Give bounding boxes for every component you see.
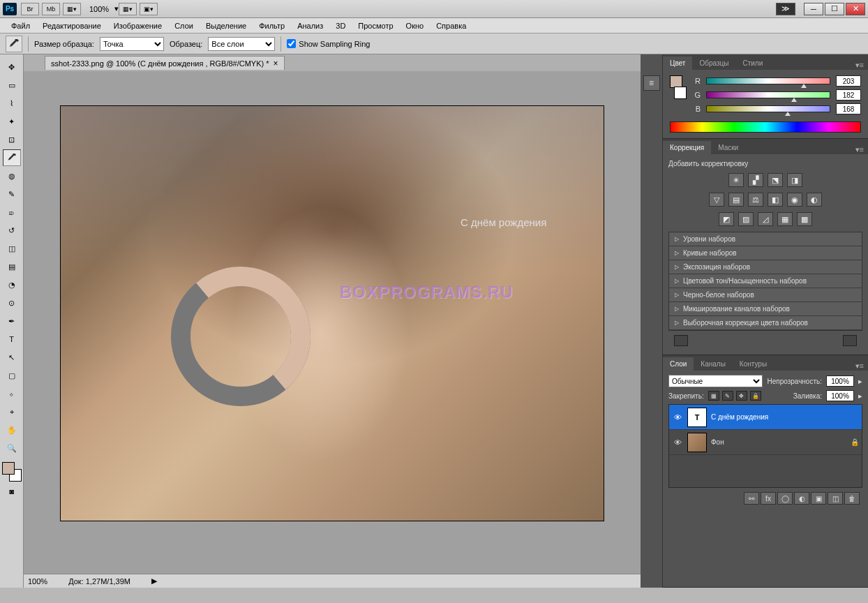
- sample-size-select[interactable]: Точка: [100, 37, 164, 51]
- exposure-icon[interactable]: ◨: [787, 173, 802, 187]
- fill-input[interactable]: [826, 390, 854, 401]
- menu-help[interactable]: Справка: [431, 20, 472, 32]
- menu-window[interactable]: Окно: [401, 20, 430, 32]
- vibrance-icon[interactable]: ▽: [709, 193, 724, 207]
- bridge-button[interactable]: Br: [21, 3, 39, 15]
- menu-image[interactable]: Изображение: [108, 20, 167, 32]
- zoom-level[interactable]: 100%: [89, 5, 109, 13]
- eraser-tool[interactable]: ◫: [3, 240, 21, 257]
- panel-menu-icon[interactable]: ▾≡: [851, 61, 868, 70]
- lock-transparency-icon[interactable]: ▦: [708, 391, 719, 401]
- tab-layers[interactable]: Слои: [663, 357, 694, 371]
- sample-select[interactable]: Все слои: [208, 37, 275, 51]
- opacity-input[interactable]: [826, 375, 854, 387]
- tab-color[interactable]: Цвет: [663, 57, 692, 70]
- dodge-tool[interactable]: ⊙: [3, 295, 21, 311]
- crop-tool[interactable]: ⊡: [3, 131, 21, 148]
- hue-sat-icon[interactable]: ▤: [728, 193, 744, 207]
- adj-expand-icon[interactable]: [674, 335, 688, 346]
- gradient-map-icon[interactable]: ▦: [777, 212, 793, 226]
- preset-item[interactable]: Выборочная коррекция цвета наборов: [669, 316, 862, 330]
- g-slider[interactable]: [706, 91, 830, 98]
- sampling-ring-checkbox[interactable]: Show Sampling Ring: [287, 39, 370, 48]
- menu-3d[interactable]: 3D: [330, 20, 351, 32]
- arrange-dropdown[interactable]: ▦▾: [119, 3, 137, 15]
- posterize-icon[interactable]: ▨: [738, 212, 754, 226]
- b-slider[interactable]: [706, 105, 830, 112]
- fill-arrow-icon[interactable]: ▸: [858, 392, 862, 401]
- panel-menu-icon[interactable]: ▾≡: [851, 362, 868, 371]
- menu-file[interactable]: Файл: [6, 20, 36, 32]
- r-slider[interactable]: [706, 77, 830, 84]
- threshold-icon[interactable]: ◿: [758, 212, 773, 226]
- viewdoc-dropdown[interactable]: ▦▾: [63, 3, 81, 15]
- preset-item[interactable]: Экспозиция наборов: [669, 260, 862, 274]
- adj-clip-icon[interactable]: [843, 335, 857, 346]
- color-balance-icon[interactable]: ⚖: [748, 193, 763, 207]
- photo-filter-icon[interactable]: ◉: [787, 193, 802, 207]
- panel-menu-icon[interactable]: ▾≡: [851, 145, 868, 154]
- opacity-arrow-icon[interactable]: ▸: [858, 377, 862, 386]
- preset-item[interactable]: Уровни наборов: [669, 232, 862, 246]
- preset-item[interactable]: Черно-белое наборов: [669, 288, 862, 302]
- eyedropper-tool[interactable]: [3, 149, 21, 166]
- 3d-tool[interactable]: ⬦: [3, 385, 21, 402]
- tab-styles[interactable]: Стили: [735, 57, 770, 70]
- new-layer-icon[interactable]: ◫: [828, 492, 843, 505]
- status-arrow-icon[interactable]: ▶: [151, 576, 157, 586]
- menu-filter[interactable]: Фильтр: [253, 20, 290, 32]
- blur-tool[interactable]: ◔: [3, 276, 21, 293]
- status-docsize[interactable]: Док: 1,27M/1,39M: [68, 577, 130, 586]
- tab-adjustments[interactable]: Коррекция: [663, 141, 711, 154]
- history-brush-tool[interactable]: ↺: [3, 222, 21, 239]
- clone-stamp-tool[interactable]: ⎄: [3, 204, 21, 221]
- canvas[interactable]: С днём рождения BOXPROGRAMS.RU: [61, 106, 604, 521]
- color-swatches[interactable]: [2, 462, 22, 482]
- screenmode-dropdown[interactable]: ▣▾: [140, 3, 158, 15]
- menu-edit[interactable]: Редактирование: [37, 20, 107, 32]
- levels-icon[interactable]: ▞: [748, 173, 763, 187]
- healing-brush-tool[interactable]: ◍: [3, 168, 21, 184]
- pen-tool[interactable]: ✒: [3, 313, 21, 329]
- document-tab[interactable]: sshot-2333.png @ 100% (С днём рождения ,…: [45, 56, 285, 70]
- minibridge-button[interactable]: Mb: [42, 3, 60, 15]
- move-tool[interactable]: ✥: [3, 59, 21, 75]
- hand-tool[interactable]: ✋: [3, 422, 21, 438]
- lock-pixels-icon[interactable]: ✎: [722, 391, 733, 401]
- g-input[interactable]: [836, 89, 861, 100]
- zoom-tool[interactable]: 🔍: [3, 440, 21, 456]
- magic-wand-tool[interactable]: ✦: [3, 113, 21, 130]
- tab-swatches[interactable]: Образцы: [692, 57, 735, 70]
- link-layers-icon[interactable]: ⚯: [744, 492, 759, 505]
- menu-analysis[interactable]: Анализ: [292, 20, 329, 32]
- gradient-tool[interactable]: ▤: [3, 258, 21, 275]
- invert-icon[interactable]: ◩: [719, 212, 734, 226]
- b-input[interactable]: [836, 103, 861, 114]
- menu-layer[interactable]: Слои: [169, 20, 199, 32]
- channel-mixer-icon[interactable]: ◐: [807, 193, 822, 207]
- close-tab-icon[interactable]: ×: [274, 59, 278, 68]
- lock-all-icon[interactable]: 🔒: [750, 391, 761, 401]
- eyedropper-icon[interactable]: [6, 36, 22, 52]
- foreground-swatch[interactable]: [2, 462, 15, 475]
- preset-item[interactable]: Цветовой тон/Насыщенность наборов: [669, 274, 862, 288]
- menu-view[interactable]: Просмотр: [352, 20, 398, 32]
- shape-tool[interactable]: ▢: [3, 367, 21, 384]
- type-tool[interactable]: T: [3, 331, 21, 348]
- preset-item[interactable]: Микширование каналов наборов: [669, 302, 862, 316]
- quickmask-toggle[interactable]: ◙: [3, 483, 21, 500]
- brush-tool[interactable]: ✎: [3, 186, 21, 202]
- expand-panels-button[interactable]: ≫: [776, 3, 795, 15]
- r-input[interactable]: [836, 75, 861, 87]
- marquee-tool[interactable]: ▭: [3, 77, 21, 94]
- 3d-camera-tool[interactable]: ⌖: [3, 403, 21, 420]
- minimize-button[interactable]: ─: [804, 3, 823, 15]
- add-mask-icon[interactable]: ◯: [777, 492, 793, 505]
- lasso-tool[interactable]: ⌇: [3, 95, 21, 112]
- tab-masks[interactable]: Маски: [711, 141, 745, 154]
- layer-item[interactable]: 👁 T С днём рождения: [669, 405, 862, 430]
- panel-color-swatches[interactable]: [670, 75, 687, 99]
- collapsed-panel-icon[interactable]: ≡: [643, 75, 660, 91]
- layer-fx-icon[interactable]: fx: [761, 492, 776, 505]
- maximize-button[interactable]: ☐: [825, 3, 844, 15]
